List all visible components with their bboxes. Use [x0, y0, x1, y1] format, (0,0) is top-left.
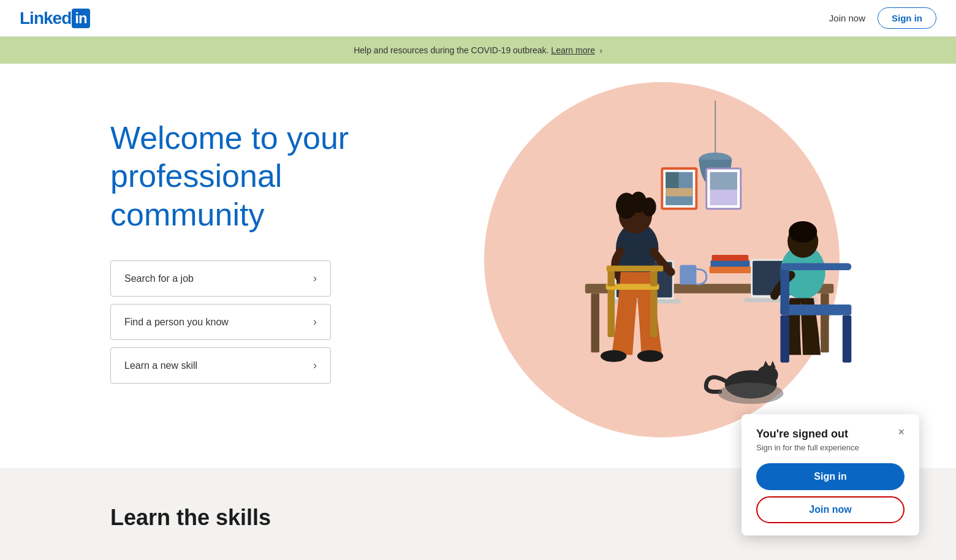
logo-text: Linked [20, 9, 71, 28]
search-job-button[interactable]: Search for a job › [110, 260, 331, 297]
covid-banner: Help and resources during the COVID-19 o… [0, 37, 956, 64]
svg-rect-14 [710, 266, 751, 273]
find-person-button[interactable]: Find a person you know › [110, 304, 331, 340]
svg-rect-43 [843, 315, 851, 362]
svg-rect-16 [711, 255, 748, 261]
covid-banner-text: Help and resources during the COVID-19 o… [354, 45, 548, 55]
learn-skill-chevron-icon: › [313, 359, 317, 372]
svg-rect-44 [780, 263, 851, 271]
svg-rect-17 [680, 265, 696, 284]
header: Linkedin Join now Sign in [0, 0, 956, 37]
signed-out-popup: You're signed out × Sign in for the full… [742, 414, 919, 535]
linkedin-logo: Linkedin [20, 9, 90, 28]
header-join-now-link[interactable]: Join now [829, 13, 865, 23]
svg-rect-40 [780, 305, 851, 315]
svg-rect-41 [780, 266, 789, 314]
logo-in-badge: in [72, 9, 89, 28]
svg-rect-10 [710, 190, 737, 205]
covid-chevron-icon: › [600, 47, 602, 55]
header-sign-in-button[interactable]: Sign in [878, 7, 936, 29]
search-job-label: Search for a job [124, 273, 194, 284]
svg-rect-36 [607, 265, 664, 271]
hero-title-line1: Welcome to your [110, 120, 349, 156]
learn-skill-label: Learn a new skill [124, 360, 197, 371]
learn-skill-button[interactable]: Learn a new skill › [110, 347, 331, 384]
popup-title: You're signed out [756, 428, 848, 441]
hero-left: Welcome to your professional community S… [110, 100, 392, 384]
svg-rect-9 [710, 172, 737, 190]
hero-title: Welcome to your professional community [110, 119, 392, 233]
header-nav: Join now Sign in [829, 7, 936, 29]
popup-subtitle: Sign in for the full experience [756, 443, 905, 452]
learn-skills-title: Learn the skills [110, 505, 846, 531]
action-buttons: Search for a job › Find a person you kno… [110, 260, 392, 384]
svg-rect-15 [711, 260, 750, 267]
svg-point-39 [789, 221, 817, 243]
svg-point-28 [642, 197, 656, 216]
hero-section: Welcome to your professional community S… [0, 64, 956, 468]
popup-join-now-button[interactable]: Join now [756, 496, 905, 523]
svg-rect-33 [650, 290, 658, 337]
svg-rect-42 [780, 315, 789, 362]
svg-rect-5 [666, 188, 692, 197]
svg-rect-6 [666, 172, 678, 188]
search-job-chevron-icon: › [313, 272, 317, 285]
find-person-chevron-icon: › [313, 316, 317, 328]
popup-sign-in-button[interactable]: Sign in [756, 463, 905, 490]
popup-close-button[interactable]: × [898, 426, 905, 437]
svg-rect-32 [608, 290, 615, 337]
hero-illustration [453, 100, 882, 444]
svg-point-46 [757, 366, 778, 385]
svg-point-30 [637, 350, 663, 361]
svg-rect-13 [821, 293, 829, 353]
covid-learn-more-link[interactable]: Learn more [551, 45, 595, 55]
svg-point-29 [601, 350, 626, 361]
svg-rect-12 [591, 293, 599, 353]
popup-header: You're signed out × [756, 428, 905, 441]
hero-title-line2: professional community [110, 158, 282, 232]
find-person-label: Find a person you know [124, 317, 229, 328]
svg-point-49 [718, 383, 783, 404]
hero-svg [453, 100, 882, 444]
